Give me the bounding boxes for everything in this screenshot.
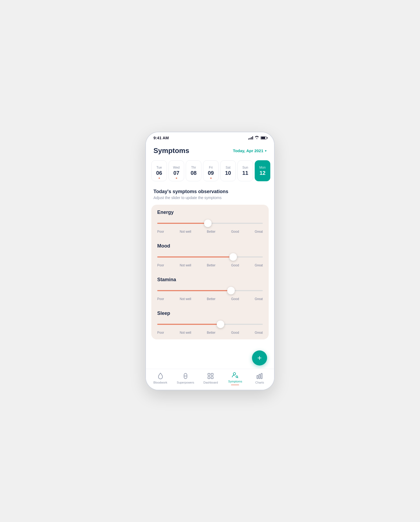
calendar-day-mon[interactable]: Mon12 bbox=[255, 160, 270, 181]
page-title: Symptoms bbox=[153, 147, 189, 155]
day-number: 10 bbox=[225, 170, 231, 176]
phone-content: 9:41 AM bbox=[146, 132, 274, 390]
day-name: Sat bbox=[226, 166, 230, 169]
day-number: 08 bbox=[191, 170, 197, 176]
bar-chart-icon bbox=[256, 372, 263, 380]
section-subtitle: Adjust the slider to update the symptoms bbox=[153, 196, 267, 200]
slider-section-energy: EnergyPoorNot wellBetterGoodGreat bbox=[157, 210, 263, 238]
section-title: Today's symptoms observations bbox=[153, 189, 267, 194]
slider-labels: PoorNot wellBetterGoodGreat bbox=[157, 331, 263, 335]
add-button[interactable]: + bbox=[252, 350, 267, 366]
date-selector[interactable]: Today, Apr 2021 ▾ bbox=[233, 148, 267, 153]
slider-labels: PoorNot wellBetterGoodGreat bbox=[157, 230, 263, 234]
svg-line-8 bbox=[238, 377, 238, 378]
date-selector-text: Today, Apr 2021 bbox=[233, 148, 263, 153]
slider-section-stamina: StaminaPoorNot wellBetterGoodGreat bbox=[157, 277, 263, 305]
slider-label: Stamina bbox=[157, 277, 263, 283]
header: Symptoms Today, Apr 2021 ▾ bbox=[146, 142, 274, 158]
nav-item-charts[interactable]: Charts bbox=[251, 372, 268, 384]
slider-track-container[interactable] bbox=[157, 286, 263, 295]
slider-fill bbox=[157, 223, 208, 224]
nav-label: Bloodwork bbox=[153, 381, 167, 384]
nav-label: Superpowers bbox=[177, 381, 194, 384]
bottom-nav: BloodworkSuperpowersDashboardSymptomsCha… bbox=[146, 369, 274, 390]
person-search-icon bbox=[231, 371, 239, 379]
slider-labels: PoorNot wellBetterGoodGreat bbox=[157, 297, 263, 301]
day-dot bbox=[176, 178, 177, 179]
calendar-day-wed[interactable]: Wed07 bbox=[169, 160, 184, 181]
nav-label: Symptoms bbox=[228, 380, 242, 383]
pill-icon bbox=[182, 372, 189, 380]
battery-icon bbox=[261, 136, 267, 140]
slider-section-mood: MoodPoorNot wellBetterGoodGreat bbox=[157, 243, 263, 272]
svg-point-7 bbox=[236, 376, 238, 378]
slider-track bbox=[157, 256, 263, 257]
day-name: Mon bbox=[259, 166, 265, 169]
slider-thumb[interactable] bbox=[227, 287, 235, 294]
slider-labels: PoorNot wellBetterGoodGreat bbox=[157, 263, 263, 267]
slider-label: Sleep bbox=[157, 311, 263, 316]
day-dot bbox=[159, 178, 160, 179]
day-number: 06 bbox=[156, 170, 162, 176]
day-name: Thr bbox=[191, 166, 196, 169]
nav-label: Charts bbox=[255, 381, 264, 384]
slider-label: Mood bbox=[157, 243, 263, 249]
slider-track bbox=[157, 223, 263, 224]
nav-label: Dashboard bbox=[203, 381, 218, 384]
slider-track-container[interactable] bbox=[157, 320, 263, 329]
svg-rect-4 bbox=[208, 377, 210, 379]
sliders-card: EnergyPoorNot wellBetterGoodGreatMoodPoo… bbox=[151, 205, 269, 339]
calendar-row: Tue06Wed07Thr08Fri09Sat10Sun11Mon12 bbox=[146, 158, 274, 186]
day-name: Sun bbox=[242, 166, 248, 169]
slider-thumb[interactable] bbox=[204, 220, 212, 227]
day-number: 07 bbox=[173, 170, 179, 176]
slider-track-container[interactable] bbox=[157, 219, 263, 228]
slider-section-sleep: SleepPoorNot wellBetterGoodGreat bbox=[157, 311, 263, 335]
calendar-day-sat[interactable]: Sat10 bbox=[220, 160, 236, 181]
calendar-day-fri[interactable]: Fri09 bbox=[203, 160, 219, 181]
calendar-day-sun[interactable]: Sun11 bbox=[237, 160, 253, 181]
day-number: 12 bbox=[260, 170, 265, 176]
svg-rect-9 bbox=[257, 375, 258, 378]
day-name: Tue bbox=[156, 166, 162, 169]
svg-rect-3 bbox=[211, 373, 214, 375]
slider-track-container[interactable] bbox=[157, 253, 263, 261]
calendar-day-thr[interactable]: Thr08 bbox=[186, 160, 201, 181]
nav-active-indicator bbox=[231, 385, 239, 385]
slider-track bbox=[157, 290, 263, 291]
chevron-down-icon: ▾ bbox=[265, 149, 267, 153]
slider-label: Energy bbox=[157, 210, 263, 215]
day-number: 11 bbox=[242, 170, 248, 176]
status-bar: 9:41 AM bbox=[146, 132, 274, 142]
slider-fill bbox=[157, 324, 220, 325]
nav-item-bloodwork[interactable]: Bloodwork bbox=[152, 372, 169, 384]
plus-icon: + bbox=[257, 354, 262, 362]
nav-item-dashboard[interactable]: Dashboard bbox=[202, 372, 219, 384]
slider-thumb[interactable] bbox=[217, 321, 224, 328]
signal-icon bbox=[248, 136, 253, 140]
day-name: Fri bbox=[209, 166, 213, 169]
wifi-icon bbox=[255, 136, 259, 140]
svg-rect-5 bbox=[211, 377, 214, 379]
svg-rect-10 bbox=[259, 374, 260, 378]
calendar-day-tue[interactable]: Tue06 bbox=[151, 160, 167, 181]
slider-fill bbox=[157, 256, 233, 257]
grid-icon bbox=[207, 372, 214, 380]
slider-thumb[interactable] bbox=[229, 253, 237, 261]
drop-icon bbox=[157, 372, 164, 380]
nav-item-symptoms[interactable]: Symptoms bbox=[227, 371, 243, 385]
day-number: 09 bbox=[208, 170, 214, 176]
day-dot bbox=[210, 178, 212, 179]
slider-fill bbox=[157, 290, 231, 291]
svg-rect-2 bbox=[208, 373, 210, 375]
svg-rect-11 bbox=[261, 373, 262, 379]
section-header: Today's symptoms observations Adjust the… bbox=[146, 186, 274, 201]
day-name: Wed bbox=[173, 166, 180, 169]
phone-frame: 9:41 AM bbox=[145, 132, 275, 390]
slider-track bbox=[157, 324, 263, 325]
svg-point-6 bbox=[233, 373, 236, 375]
status-icons bbox=[248, 136, 267, 140]
status-time: 9:41 AM bbox=[153, 135, 169, 140]
nav-item-superpowers[interactable]: Superpowers bbox=[177, 372, 194, 384]
